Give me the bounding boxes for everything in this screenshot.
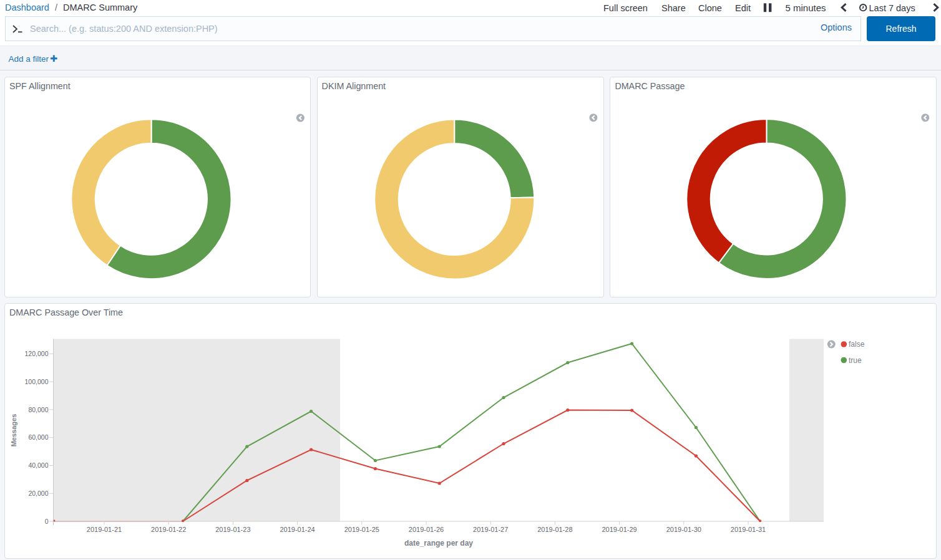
svg-text:2019-01-31: 2019-01-31: [731, 526, 766, 533]
svg-text:2019-01-26: 2019-01-26: [409, 526, 444, 533]
svg-text:0: 0: [45, 518, 49, 525]
svg-text:2019-01-30: 2019-01-30: [666, 526, 701, 533]
svg-text:2019-01-21: 2019-01-21: [87, 526, 122, 533]
svg-text:date_range per day: date_range per day: [404, 539, 473, 548]
svg-text:2019-01-24: 2019-01-24: [280, 526, 314, 533]
svg-text:80,000: 80,000: [28, 406, 48, 413]
svg-text:2019-01-28: 2019-01-28: [537, 526, 572, 533]
svg-text:2019-01-29: 2019-01-29: [602, 526, 636, 533]
svg-text:20,000: 20,000: [28, 490, 48, 497]
svg-text:60,000: 60,000: [28, 433, 48, 441]
svg-text:Messages: Messages: [10, 414, 17, 447]
svg-text:2019-01-23: 2019-01-23: [215, 526, 250, 533]
svg-text:false: false: [849, 340, 865, 349]
svg-text:2019-01-25: 2019-01-25: [344, 526, 379, 533]
svg-text:true: true: [849, 356, 862, 365]
svg-text:2019-01-22: 2019-01-22: [151, 526, 186, 533]
svg-text:120,000: 120,000: [25, 350, 49, 357]
svg-text:100,000: 100,000: [25, 378, 49, 385]
svg-text:2019-01-27: 2019-01-27: [473, 526, 508, 533]
svg-text:40,000: 40,000: [28, 461, 48, 469]
